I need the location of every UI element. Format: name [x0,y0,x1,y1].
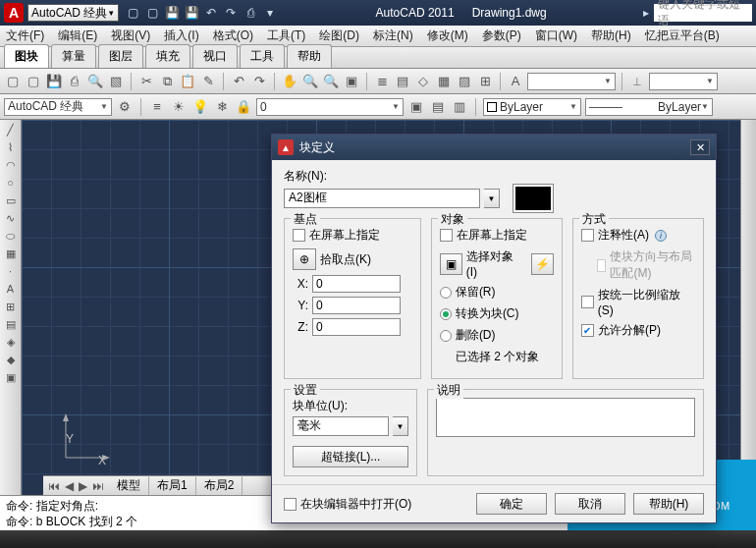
obj-onscreen-checkbox[interactable] [440,229,453,242]
tool3-icon[interactable]: ▨ [456,73,473,90]
open-icon[interactable]: ▢ [25,73,42,90]
redo-icon[interactable]: ↷ [250,73,268,90]
name-dropdown-icon[interactable]: ▼ [484,189,500,208]
search-input[interactable]: 键入关键字或短语 [654,4,752,22]
close-icon[interactable]: ✕ [690,139,710,155]
line-icon[interactable]: ╱ [3,122,19,137]
description-textarea[interactable] [436,398,695,437]
qat-more-icon[interactable]: ▾ [262,5,278,21]
menu-help[interactable]: 帮助(H) [591,27,631,44]
print-icon[interactable]: ⎙ [66,73,83,90]
sun-icon[interactable]: ☀ [170,98,188,116]
menu-modify[interactable]: 修改(M) [427,27,468,44]
new-icon[interactable]: ▢ [4,73,22,90]
menu-dim[interactable]: 标注(N) [373,27,413,44]
hatch-icon[interactable]: ▦ [3,246,19,261]
cancel-button[interactable]: 取消 [555,493,625,515]
tool-b-icon[interactable]: ▣ [3,369,19,385]
tab-hatch[interactable]: 填充 [145,44,190,68]
menu-insert[interactable]: 插入(I) [164,27,198,44]
pline-icon[interactable]: ⌇ [3,139,19,155]
tool2-icon[interactable]: ▦ [435,73,453,90]
workspace-combo-title[interactable]: AutoCAD 经典 ▼ [27,4,119,22]
match-icon[interactable]: ✎ [199,73,217,90]
redo-icon[interactable]: ↷ [223,5,239,21]
props-icon[interactable]: ≣ [373,73,391,90]
send-icon[interactable]: ▧ [107,73,125,90]
tab-model[interactable]: 模型 [109,475,149,496]
pickpoint-icon-button[interactable]: ⊕ [293,248,316,270]
dim-style-combo[interactable]: ▼ [649,73,718,90]
save-icon[interactable]: 💾 [164,5,180,21]
name-input[interactable]: A2图框 [284,189,480,208]
open-editor-checkbox[interactable] [284,498,297,511]
paste-icon[interactable]: 📋 [179,73,196,90]
layer-icon[interactable]: ≡ [148,98,166,116]
spline-icon[interactable]: ∿ [3,210,19,226]
region-icon[interactable]: ◈ [3,334,19,350]
explode-checkbox[interactable]: ✔ [581,324,594,337]
text-style-icon[interactable]: A [507,73,524,90]
hyperlink-button[interactable]: 超链接(L)... [293,446,408,467]
retain-radio[interactable] [440,287,452,299]
tool1-icon[interactable]: ◇ [414,73,432,90]
copy-icon[interactable]: ⧉ [158,73,176,90]
delete-radio[interactable] [440,330,452,342]
layer-tool3-icon[interactable]: ▥ [451,98,468,116]
zoomwin-icon[interactable]: 🔍 [322,73,340,90]
convert-radio[interactable] [440,308,452,320]
menu-view[interactable]: 视图(V) [111,27,150,44]
new-icon[interactable]: ▢ [125,5,140,21]
tab-tools[interactable]: 工具 [240,44,285,68]
arc-icon[interactable]: ◠ [3,157,19,173]
print-icon[interactable]: ⎙ [243,5,258,21]
tab-layout1[interactable]: 布局1 [149,475,196,496]
text-style-combo[interactable]: ▼ [527,73,616,90]
block-icon[interactable]: ⊞ [3,299,19,314]
select-objects-icon-button[interactable]: ▣ [440,253,462,275]
tab-vp[interactable]: 视口 [192,44,238,68]
dialog-titlebar[interactable]: ▲ 块定义 ✕ [272,135,716,160]
z-input[interactable] [312,318,401,336]
scale-checkbox[interactable] [581,296,594,308]
sheet-icon[interactable]: ▤ [394,73,411,90]
open-icon[interactable]: ▢ [144,5,160,21]
layer-combo[interactable]: 0▼ [256,98,404,116]
workspace-combo[interactable]: AutoCAD 经典▼ [4,98,112,116]
y-input[interactable] [312,297,401,314]
layer-tool2-icon[interactable]: ▤ [429,98,447,116]
text-icon[interactable]: A [3,281,19,297]
saveas-icon[interactable]: 💾 [184,5,199,21]
tab-first-icon[interactable]: ⏮ [46,479,62,493]
tab-qty[interactable]: 算量 [51,44,96,68]
gear-icon[interactable]: ⚙ [116,98,134,116]
undo-icon[interactable]: ↶ [203,5,219,21]
unit-dropdown-icon[interactable]: ▼ [393,416,408,436]
preview-icon[interactable]: 🔍 [86,73,104,90]
menu-param[interactable]: 参数(P) [482,27,521,44]
table-icon[interactable]: ▤ [3,316,19,332]
tab-layout2[interactable]: 布局2 [196,475,243,496]
dim-style-icon[interactable]: ⟂ [628,73,646,90]
ellipse-icon[interactable]: ⬭ [3,228,19,244]
zoomext-icon[interactable]: ▣ [343,73,360,90]
lock-icon[interactable]: 🔒 [235,98,252,116]
tool4-icon[interactable]: ⊞ [476,73,494,90]
menu-format[interactable]: 格式(O) [213,27,253,44]
tab-next-icon[interactable]: ▶ [77,479,89,493]
vscrollbar[interactable] [740,120,756,475]
menu-tools[interactable]: 工具(T) [267,27,305,44]
bulb-icon[interactable]: 💡 [191,98,209,116]
menu-draw[interactable]: 绘图(D) [319,27,359,44]
cut-icon[interactable]: ✂ [137,73,155,90]
annot-checkbox[interactable] [581,229,594,242]
linetype-combo[interactable]: ────ByLayer▼ [585,98,713,116]
point-icon[interactable]: · [3,263,19,279]
menu-ext[interactable]: 忆把豆平台(B) [645,27,720,44]
ok-button[interactable]: 确定 [476,493,547,515]
tool-a-icon[interactable]: ◆ [3,352,19,367]
search-icon[interactable]: ▸ [638,5,654,21]
tab-last-icon[interactable]: ⏭ [90,479,106,493]
menu-edit[interactable]: 编辑(E) [58,27,97,44]
qselect-icon-button[interactable]: ⚡ [531,253,554,275]
